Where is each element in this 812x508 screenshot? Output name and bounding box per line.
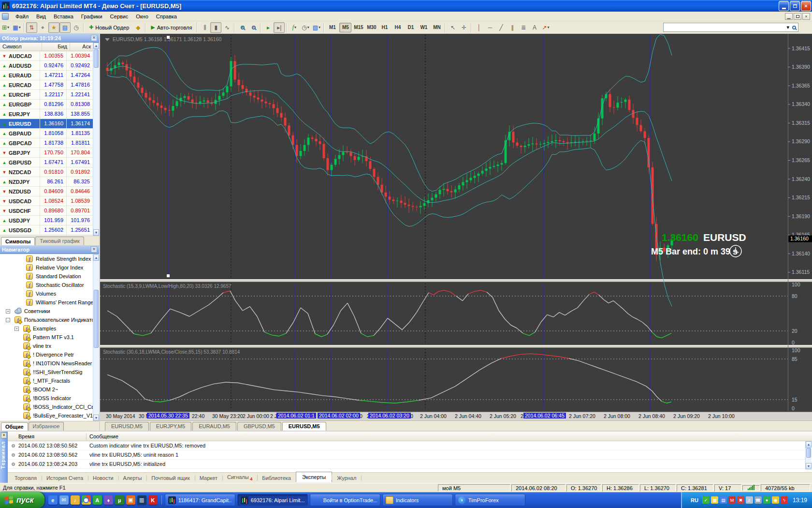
market-watch-row-gbpcad[interactable]: ▲GBPCAD1.817381.81811 — [0, 138, 93, 148]
market-watch-row-nzdjpy[interactable]: ▲NZDJPY86.26186.325 — [0, 177, 93, 187]
navigator-item[interactable]: f! IN10TION NewsReader v — [0, 359, 93, 368]
menu-item-0[interactable]: Файл — [12, 12, 32, 21]
terminal-tab-почтовый-ящик[interactable]: Почтовый ящик — [146, 474, 194, 482]
market-watch-row-eurchf[interactable]: ▲EURCHF1.221171.22141 — [0, 90, 93, 100]
collapse-minus-icon[interactable]: - — [6, 318, 10, 322]
mdi-close-icon[interactable]: × — [802, 13, 810, 20]
market-watch-row-gbpjpy[interactable]: ▼GBPJPY170.750170.804 — [0, 148, 93, 158]
terminal-tab-маркет[interactable]: Маркет — [195, 474, 222, 482]
taskbar-task-войти-в-optiontrade...[interactable]: Войти в OptionTrade... — [310, 494, 380, 506]
navigator-item[interactable]: fPattern MTF v3.1 — [0, 333, 93, 342]
market-watch-row-audcad[interactable]: ▼AUDCAD1.003551.00394 — [0, 51, 93, 61]
metaeditor-button[interactable]: ◆ — [132, 22, 144, 33]
market-watch-close-icon[interactable]: ✕ — [91, 35, 97, 41]
navigator-item[interactable]: f!_MTF_Fractals — [0, 376, 93, 385]
status-profile[interactable]: мой M5 — [438, 484, 510, 492]
terminal-tab-новости[interactable]: Новости — [88, 474, 118, 482]
market-watch-row-eurjpy[interactable]: ▲EURJPY138.836138.855 — [0, 109, 93, 119]
timeframe-button-d1[interactable]: D1 — [405, 23, 417, 32]
market-watch-row-gbpusd[interactable]: ▲GBPUSD1.674711.67491 — [0, 158, 93, 167]
market-watch-row-usdjpy[interactable]: ▲USDJPY101.959101.976 — [0, 216, 93, 225]
market-watch-row-audusd[interactable]: ▲AUDUSD0.924760.92492 — [0, 61, 93, 71]
chart-area[interactable]: 1.364151.363901.363651.363401.363151.362… — [100, 34, 812, 431]
navigator-tab-общие[interactable]: Общие — [1, 422, 28, 431]
start-button[interactable]: пуск — [0, 492, 44, 508]
menu-item-3[interactable]: Графики — [77, 12, 106, 21]
mdi-restore-icon[interactable] — [794, 13, 801, 20]
data-window-button[interactable]: ⌖ — [37, 22, 48, 33]
search-icon[interactable] — [792, 26, 796, 30]
market-watch-row-usdchf[interactable]: ▼USDCHF0.896800.89701 — [0, 206, 93, 216]
navigator-item[interactable]: -fПользовательские Индикатор — [0, 315, 93, 324]
terminal-close-icon[interactable]: ✕ — [1, 433, 7, 438]
close-button[interactable]: × — [801, 1, 811, 11]
chart-window-icon[interactable] — [2, 13, 9, 20]
market-watch-row-eurusd[interactable]: ▲EURUSD1.361601.36174 — [0, 119, 93, 129]
terminal-log-row[interactable]: 2014.06.02 13:08:50.562vline trx EURUSD,… — [8, 450, 805, 460]
taskbar-task-timproforex[interactable]: ◗TimProForex — [455, 494, 525, 506]
scroll-up-icon[interactable]: ▲ — [93, 43, 99, 49]
timeframe-button-w1[interactable]: W1 — [418, 23, 430, 32]
new-order-button[interactable]: ✚Новый Ордер — [86, 22, 132, 33]
text-tool-button[interactable]: A — [529, 22, 540, 33]
scroll-down-icon[interactable]: ▼ — [806, 463, 812, 469]
language-indicator[interactable]: RU — [689, 496, 700, 504]
terminal-scrollbar[interactable]: ▲ ▼ — [805, 441, 812, 469]
timeframe-button-m30[interactable]: M30 — [365, 23, 377, 32]
navigator-item[interactable]: fStandard Deviation — [0, 272, 93, 281]
timeframe-button-h4[interactable]: H4 — [392, 23, 404, 32]
cursor-tool-button[interactable]: ↖ — [447, 22, 458, 33]
auto-trading-button[interactable]: ▶Авто-торговля — [147, 22, 195, 33]
vertical-line-tool-button[interactable]: │ — [473, 22, 484, 33]
metatrader-icon[interactable]: ▥ — [137, 495, 146, 505]
menu-item-2[interactable]: Вставка — [50, 12, 77, 21]
navigator-item[interactable]: f!BOOM 2~ — [0, 385, 93, 394]
market-watch-row-usdcad[interactable]: ▼USDCAD1.085241.08539 — [0, 196, 93, 206]
chart-tab-eurjpy-m5[interactable]: EURJPY,M5 — [150, 422, 191, 431]
navigator-item[interactable]: +fExamples — [0, 324, 93, 333]
expand-plus-icon[interactable]: + — [14, 327, 19, 331]
market-watch-toggle-button[interactable]: ⇅ — [26, 22, 37, 33]
mdi-minimize-icon[interactable]: ▁ — [785, 13, 793, 20]
mail-tray-icon[interactable]: M — [728, 496, 736, 504]
scroll-up-icon[interactable]: ▲ — [93, 254, 99, 261]
navigator-item[interactable]: f! Divergence Petr — [0, 350, 93, 359]
media-player-icon[interactable]: ♦ — [104, 495, 113, 505]
terminal-tab-библиотека[interactable]: Библиотека — [257, 474, 296, 482]
navigator-item[interactable]: fStochastic Oscillator — [0, 281, 93, 289]
market-watch-row-euraud[interactable]: ▲EURAUD1.472111.47264 — [0, 71, 93, 80]
taskbar-task-6932176[interactable]: 6932176: Alpari Limit... — [237, 494, 308, 506]
fibonacci-tool-button[interactable]: ≣ — [518, 22, 529, 33]
menu-item-5[interactable]: Окно — [132, 12, 152, 21]
market-watch-scrollbar[interactable]: ▲ ▼ — [93, 43, 99, 236]
kmplayer-icon[interactable]: K — [148, 495, 158, 505]
arrows-tool-button[interactable]: ↗▾ — [540, 22, 551, 33]
navigator-item[interactable]: f!BOSS_Indicator_CCI_Све — [0, 403, 93, 411]
market-watch-row-nzdcad[interactable]: ▼NZDCAD0.918100.91892 — [0, 167, 93, 177]
terminal-tab-история-счета[interactable]: История Счета — [42, 474, 88, 482]
chart-tab-eurusd-m5[interactable]: EURUSD,M5 — [282, 422, 326, 431]
menu-item-4[interactable]: Сервис — [106, 12, 132, 21]
navigator-scrollbar[interactable]: ▲ ▼ — [93, 254, 99, 421]
indicators-button[interactable]: f▾ — [289, 22, 300, 33]
utorrent-icon[interactable]: µ — [115, 495, 124, 505]
timeframe-button-m1[interactable]: M1 — [326, 23, 338, 32]
terminal-tab-алерты[interactable]: Алерты — [118, 474, 147, 482]
navigator-item[interactable]: fVolumes — [0, 289, 93, 298]
search-dropdown-icon[interactable]: ▾ — [786, 24, 789, 30]
aimp-icon[interactable]: ▣ — [126, 495, 135, 505]
timeframe-button-h1[interactable]: H1 — [378, 23, 391, 32]
timeframe-button-m5[interactable]: M5 — [339, 23, 351, 32]
navigator-item[interactable]: fvline trx — [0, 342, 93, 350]
market-watch-row-eurcad[interactable]: ▲EURCAD1.477581.47816 — [0, 80, 93, 90]
menu-item-1[interactable]: Вид — [32, 12, 50, 21]
navigator-item[interactable]: f!BOSS Indicator — [0, 394, 93, 403]
navigator-close-icon[interactable]: ✕ — [91, 246, 97, 253]
internet-explorer-icon[interactable]: e — [48, 495, 58, 505]
abbyy-icon[interactable]: A — [93, 495, 102, 505]
antivirus-tray-icon[interactable]: ✓ — [702, 496, 710, 504]
device-tray-icon[interactable]: ☎ — [754, 496, 762, 504]
eurusd-m5-chart[interactable]: 1.364151.363901.363651.363401.363151.362… — [100, 34, 812, 412]
outlook-icon[interactable]: ✉ — [59, 495, 69, 505]
chart-tab-eurusd-m5[interactable]: EURUSD,M5 — [105, 422, 149, 431]
